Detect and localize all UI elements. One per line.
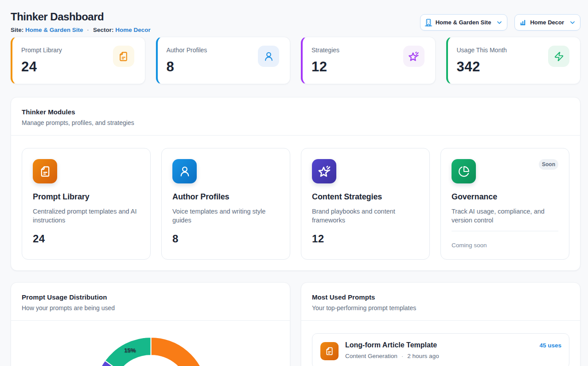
svg-text:15%: 15%	[124, 347, 136, 354]
